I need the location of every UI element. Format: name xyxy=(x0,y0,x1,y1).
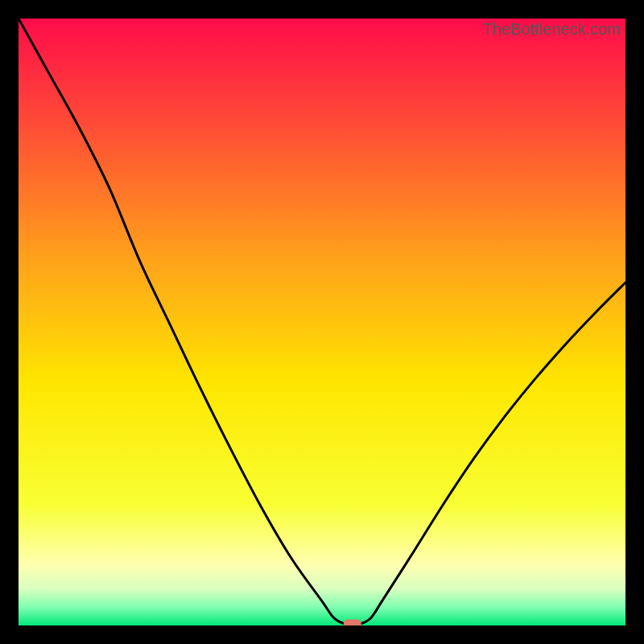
chart-frame: TheBottleneck.com xyxy=(0,0,644,644)
gradient-background xyxy=(19,19,625,625)
bottleneck-curve-chart xyxy=(19,19,625,625)
plot-area: TheBottleneck.com xyxy=(19,19,625,625)
optimal-marker xyxy=(344,619,361,625)
watermark-text: TheBottleneck.com xyxy=(483,20,621,39)
